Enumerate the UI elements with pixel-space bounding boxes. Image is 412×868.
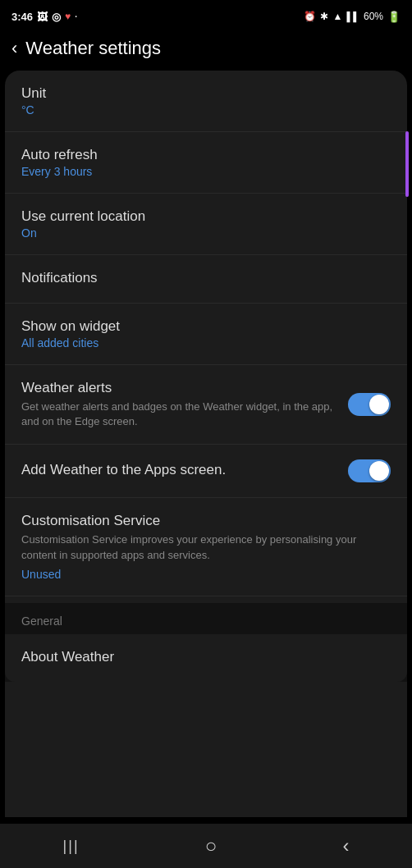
setting-unit-label: Unit — [21, 85, 391, 102]
setting-auto-refresh-value: Every 3 hours — [21, 165, 391, 178]
weather-alerts-toggle[interactable] — [348, 393, 391, 416]
setting-customisation-value: Unused — [21, 568, 391, 581]
setting-auto-refresh-label: Auto refresh — [21, 147, 391, 163]
setting-about-weather[interactable]: About Weather — [5, 634, 407, 682]
back-button[interactable]: ‹ — [11, 38, 17, 59]
setting-weather-alerts[interactable]: Weather alerts Get weather alerts and ba… — [5, 365, 407, 445]
signal-icon: ▌▌ — [346, 11, 359, 21]
status-left: 3:46 🖼 ◎ ♥ · — [11, 11, 77, 23]
setting-notifications-label: Notifications — [21, 270, 391, 286]
setting-customisation[interactable]: Customisation Service Customisation Serv… — [5, 498, 407, 596]
setting-add-to-apps-label: Add Weather to the Apps screen. — [21, 462, 340, 478]
battery-text: 60% — [364, 11, 383, 22]
setting-customisation-description: Customisation Service improves your expe… — [21, 532, 391, 562]
location-icon: ◎ — [52, 11, 61, 23]
wifi-icon: ▲ — [332, 11, 342, 22]
toggle-knob — [369, 395, 389, 414]
bottom-nav: ||| ○ ‹ — [0, 824, 412, 868]
setting-show-on-widget-value: All added cities — [21, 336, 391, 349]
nav-home-button[interactable]: ○ — [205, 834, 217, 857]
setting-add-to-apps[interactable]: Add Weather to the Apps screen. — [5, 445, 407, 498]
status-right: ⏰ ✱ ▲ ▌▌ 60% 🔋 — [304, 11, 401, 23]
status-bar: 3:46 🖼 ◎ ♥ · ⏰ ✱ ▲ ▌▌ 60% 🔋 — [0, 0, 412, 30]
setting-show-on-widget[interactable]: Show on widget All added cities — [5, 304, 407, 365]
setting-auto-refresh[interactable]: Auto refresh Every 3 hours — [5, 132, 407, 194]
general-section-header: General — [5, 603, 407, 634]
alarm-icon: ⏰ — [304, 11, 316, 22]
setting-customisation-label: Customisation Service — [21, 513, 391, 529]
setting-location-value: On — [21, 226, 391, 240]
battery-icon: 🔋 — [387, 11, 401, 23]
setting-weather-alerts-label: Weather alerts — [21, 380, 340, 396]
heart-icon: ♥ — [65, 11, 71, 22]
setting-location[interactable]: Use current location On — [5, 194, 407, 255]
page-header: ‹ Weather settings — [0, 30, 412, 71]
setting-about-weather-label: About Weather — [21, 649, 391, 665]
setting-location-label: Use current location — [21, 208, 391, 225]
setting-unit-value: °C — [21, 103, 391, 116]
general-section: General About Weather — [5, 603, 407, 682]
setting-unit[interactable]: Unit °C — [5, 71, 407, 132]
time: 3:46 — [11, 11, 33, 23]
settings-list: Unit °C Auto refresh Every 3 hours Use c… — [5, 71, 407, 817]
setting-weather-alerts-description: Get weather alerts and badges on the Wea… — [21, 400, 340, 429]
add-to-apps-toggle[interactable] — [348, 459, 391, 482]
setting-show-on-widget-label: Show on widget — [21, 318, 391, 335]
bluetooth-icon: ✱ — [320, 11, 328, 22]
dot-icon: · — [75, 12, 77, 21]
photo-icon: 🖼 — [37, 11, 48, 23]
nav-back-button[interactable]: ‹ — [342, 834, 349, 857]
toggle-knob-2 — [369, 461, 389, 481]
scroll-indicator — [405, 131, 409, 197]
nav-menu-button[interactable]: ||| — [63, 838, 80, 855]
setting-notifications[interactable]: Notifications — [5, 255, 407, 304]
page-title: Weather settings — [25, 38, 161, 59]
